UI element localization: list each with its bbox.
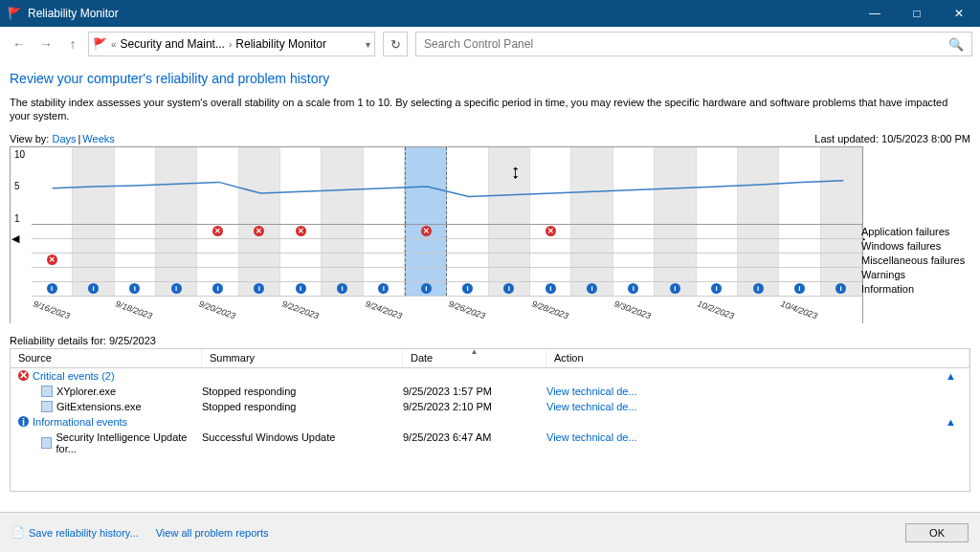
- breadcrumb-segment[interactable]: Security and Maint...: [121, 37, 225, 51]
- event-cell[interactable]: ✕: [530, 225, 571, 238]
- ok-button[interactable]: OK: [905, 523, 969, 542]
- view-by-days-link[interactable]: Days: [52, 133, 76, 144]
- chart-day-column[interactable]: [571, 147, 612, 224]
- minimize-button[interactable]: ―: [854, 0, 896, 27]
- event-cell[interactable]: [322, 254, 363, 267]
- chart-day-column[interactable]: [655, 147, 696, 224]
- chart-day-column[interactable]: [115, 147, 156, 224]
- event-cell[interactable]: i: [322, 282, 363, 296]
- close-window-button[interactable]: ✕: [938, 0, 980, 27]
- details-body[interactable]: ✕ Critical events (2) ▲ XYplorer.exe Sto…: [11, 368, 969, 491]
- event-cell[interactable]: [779, 225, 820, 238]
- event-cell[interactable]: [280, 268, 322, 281]
- event-cell[interactable]: [239, 268, 280, 281]
- chart-day-column[interactable]: [156, 147, 197, 224]
- event-cell[interactable]: i: [32, 282, 73, 296]
- view-all-reports-link[interactable]: View all problem reports: [156, 527, 269, 539]
- event-cell[interactable]: [115, 254, 156, 267]
- event-cell[interactable]: [156, 225, 197, 238]
- event-cell[interactable]: i: [571, 282, 612, 296]
- chart-day-column[interactable]: [322, 147, 363, 224]
- event-cell[interactable]: i: [489, 282, 530, 296]
- event-cell[interactable]: [738, 254, 779, 267]
- event-cell[interactable]: [655, 254, 696, 267]
- event-cell[interactable]: i: [821, 282, 862, 296]
- event-cell[interactable]: [821, 268, 862, 281]
- search-box[interactable]: 🔍: [415, 32, 972, 56]
- event-cell[interactable]: [779, 254, 820, 267]
- event-cell[interactable]: [364, 254, 405, 267]
- event-cell[interactable]: [489, 239, 530, 253]
- event-cell[interactable]: [364, 239, 405, 253]
- event-cell[interactable]: i: [697, 282, 738, 296]
- event-cell[interactable]: ✕: [405, 225, 447, 238]
- chart-columns[interactable]: [32, 147, 862, 224]
- event-cell[interactable]: [779, 239, 820, 253]
- event-cell[interactable]: [156, 268, 197, 281]
- chart-day-column[interactable]: [530, 147, 571, 224]
- event-cell[interactable]: [613, 239, 655, 253]
- event-cell[interactable]: [821, 239, 862, 253]
- group-informational-events[interactable]: i Informational events ▲: [11, 414, 969, 430]
- event-cell[interactable]: [571, 225, 612, 238]
- event-cell[interactable]: [73, 239, 114, 253]
- chart-day-column[interactable]: [779, 147, 820, 224]
- event-cell[interactable]: [73, 268, 114, 281]
- event-cell[interactable]: [613, 268, 655, 281]
- chart-day-column[interactable]: [280, 147, 322, 224]
- breadcrumb[interactable]: 🚩 « Security and Maint... › Reliability …: [88, 32, 375, 56]
- event-cell[interactable]: i: [530, 282, 571, 296]
- maximize-button[interactable]: □: [896, 0, 938, 27]
- collapse-icon[interactable]: ▲: [946, 416, 956, 428]
- chart-day-column[interactable]: [489, 147, 530, 224]
- event-cell[interactable]: [32, 239, 73, 253]
- event-cell[interactable]: [447, 268, 488, 281]
- event-cell[interactable]: [73, 225, 114, 238]
- event-cell[interactable]: i: [405, 282, 447, 296]
- event-cell[interactable]: [655, 239, 696, 253]
- breadcrumb-segment[interactable]: Reliability Monitor: [235, 37, 326, 51]
- event-cell[interactable]: [32, 268, 73, 281]
- table-row[interactable]: XYplorer.exe Stopped responding 9/25/202…: [11, 384, 969, 399]
- event-cell[interactable]: [405, 268, 447, 281]
- save-history-link[interactable]: Save reliability history...: [29, 527, 139, 539]
- chart-day-column[interactable]: [32, 147, 73, 224]
- event-cell[interactable]: [738, 225, 779, 238]
- event-cell[interactable]: [197, 254, 238, 267]
- event-cell[interactable]: i: [738, 282, 779, 296]
- event-cell[interactable]: [530, 268, 571, 281]
- event-cell[interactable]: [364, 225, 405, 238]
- event-cell[interactable]: [73, 254, 114, 267]
- forward-button[interactable]: →: [34, 33, 57, 55]
- chart-day-column[interactable]: [405, 147, 447, 224]
- event-cell[interactable]: i: [239, 282, 280, 296]
- event-cell[interactable]: [322, 268, 363, 281]
- event-cell[interactable]: [322, 225, 363, 238]
- view-by-weeks-link[interactable]: Weeks: [82, 133, 114, 144]
- event-cell[interactable]: [489, 254, 530, 267]
- chart-day-column[interactable]: [364, 147, 405, 224]
- event-cell[interactable]: i: [73, 282, 114, 296]
- event-cell[interactable]: [697, 268, 738, 281]
- event-cell[interactable]: [697, 239, 738, 253]
- event-cell[interactable]: ✕: [239, 225, 280, 238]
- col-summary[interactable]: Summary: [202, 349, 403, 367]
- event-cell[interactable]: [405, 239, 447, 253]
- event-cell[interactable]: [115, 239, 156, 253]
- event-cell[interactable]: [738, 239, 779, 253]
- up-button[interactable]: ↑: [61, 33, 84, 55]
- chart-day-column[interactable]: [197, 147, 238, 224]
- event-cell[interactable]: [530, 239, 571, 253]
- collapse-icon[interactable]: ▲: [946, 370, 956, 382]
- chart-day-column[interactable]: [738, 147, 779, 224]
- event-cell[interactable]: [613, 254, 655, 267]
- event-cell[interactable]: i: [364, 282, 405, 296]
- col-action[interactable]: Action: [546, 349, 969, 367]
- event-cell[interactable]: [655, 225, 696, 238]
- event-cell[interactable]: [239, 254, 280, 267]
- event-cell[interactable]: i: [613, 282, 655, 296]
- event-cell[interactable]: [571, 254, 612, 267]
- event-cell[interactable]: [280, 239, 322, 253]
- event-cell[interactable]: [447, 239, 488, 253]
- chart-day-column[interactable]: [697, 147, 738, 224]
